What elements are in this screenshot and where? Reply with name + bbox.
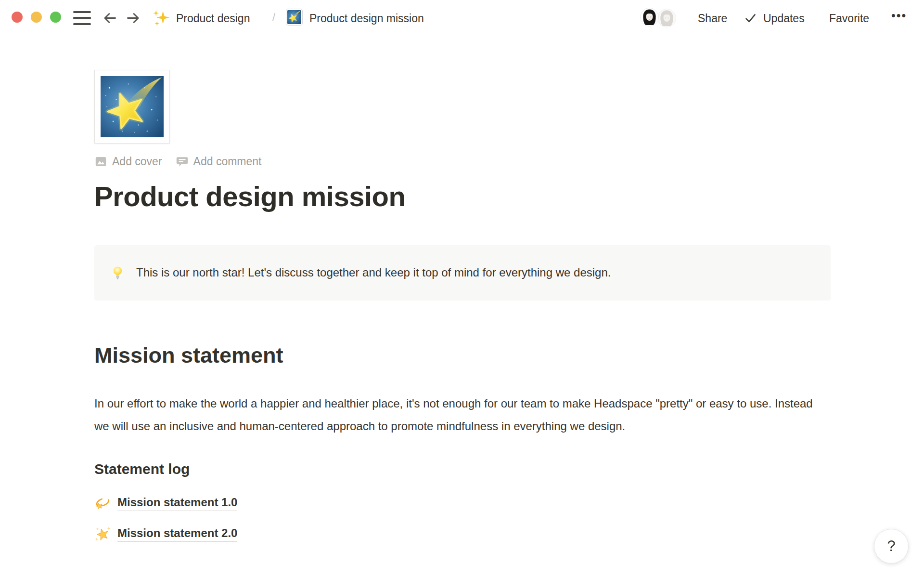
collaborator-avatars[interactable] [640, 8, 679, 27]
picture-icon [94, 155, 107, 168]
breadcrumb-separator: / [272, 11, 275, 24]
share-button[interactable]: Share [698, 12, 727, 25]
callout-block[interactable]: This is our north star! Let's discuss to… [94, 245, 831, 301]
check-icon [744, 12, 757, 25]
mission-statement-paragraph[interactable]: In our effort to make the world a happie… [94, 392, 831, 437]
window-topbar: Product design / Product design mission … [0, 0, 924, 27]
page-content: Add cover Add comment Product design mis… [94, 70, 831, 550]
page-hover-actions: Add cover Add comment [94, 155, 831, 168]
statement-log-links: Mission statement 1.0 Mission statement … [94, 488, 831, 550]
close-window-button[interactable] [12, 12, 23, 23]
page-link-mission-statement-2[interactable]: Mission statement 2.0 [94, 519, 831, 550]
avatar[interactable] [640, 8, 659, 26]
updates-button[interactable]: Updates [763, 12, 805, 25]
shooting-star-page-icon-small [286, 9, 302, 25]
zoom-window-button[interactable] [50, 12, 61, 23]
page-icon-shooting-star[interactable] [94, 70, 170, 144]
page-link-label[interactable]: Mission statement 2.0 [117, 526, 237, 542]
light-bulb-icon [110, 265, 125, 280]
forward-arrow-icon[interactable] [126, 11, 141, 26]
sidebar-menu-icon[interactable] [73, 11, 91, 25]
favorite-button[interactable]: Favorite [829, 12, 869, 25]
mission-statement-heading[interactable]: Mission statement [94, 342, 831, 369]
add-cover-label: Add cover [112, 155, 162, 168]
page-link-mission-statement-1[interactable]: Mission statement 1.0 [94, 488, 831, 519]
dizzy-star-icon [94, 495, 111, 512]
breadcrumb-parent[interactable]: Product design [176, 12, 250, 25]
statement-log-heading[interactable]: Statement log [94, 460, 831, 478]
back-arrow-icon[interactable] [103, 11, 117, 26]
avatar[interactable] [657, 9, 676, 27]
callout-text: This is our north star! Let's discuss to… [136, 266, 611, 279]
more-options-button[interactable]: ••• [891, 9, 907, 22]
add-cover-button[interactable]: Add cover [94, 155, 162, 168]
breadcrumb-current[interactable]: Product design mission [309, 12, 424, 25]
add-comment-label: Add comment [193, 155, 262, 168]
add-comment-button[interactable]: Add comment [176, 155, 262, 168]
help-button[interactable]: ? [874, 529, 909, 564]
minimize-window-button[interactable] [31, 12, 42, 23]
comment-icon [176, 155, 189, 168]
window-controls [12, 12, 61, 23]
glowing-star-icon [94, 525, 111, 542]
page-title[interactable]: Product design mission [94, 180, 831, 213]
sparkles-emoji-icon [152, 9, 170, 27]
page-link-label[interactable]: Mission statement 1.0 [117, 496, 237, 511]
